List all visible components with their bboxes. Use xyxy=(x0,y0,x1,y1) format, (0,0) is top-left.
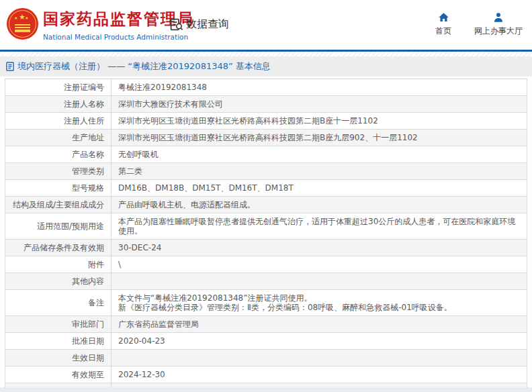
row-value-line: 新《医疗器械分类目录》管理类别：Ⅱ类，分类编码：08呼吸、麻醉和急救器械-01呼… xyxy=(118,303,520,312)
data-query-nav[interactable]: 数据查询 xyxy=(169,17,229,32)
table-row: 管理类别第二类 xyxy=(5,163,527,180)
table-row: 生产地址深圳市光明区玉塘街道田寮社区光桥路高科科技园第二期B座九层902、十一层… xyxy=(5,130,527,146)
row-label: 产品储存条件及有效期 xyxy=(5,240,112,256)
row-value: 2020-04-23 xyxy=(112,333,527,350)
nav-item-service-hall[interactable]: 网上办事大厅 xyxy=(474,12,523,37)
row-label: 有效期至 xyxy=(5,366,112,383)
row-value: 广东省药品监督管理局 xyxy=(112,316,527,333)
agency-name-en: National Medical Products Administration xyxy=(43,33,194,41)
emblem-star-icon: ★ xyxy=(25,16,28,20)
row-value-line: 本文件与“粤械注准20192081348”注册证共同使用。 xyxy=(118,293,520,303)
row-label: 其他内容 xyxy=(5,273,112,290)
row-label: 注册人名称 xyxy=(5,96,112,113)
table-row: 适用范围/预期用途本产品为阻塞性睡眠呼吸暂停患者提供无创通气治疗，适用于体重超过… xyxy=(5,213,527,240)
row-label: 注册证编号 xyxy=(5,79,112,96)
table-row: 结构及组成/主要组成成分产品由呼吸机主机、电源适配器组成。 xyxy=(5,197,527,213)
nav-home-label: 首页 xyxy=(435,26,451,37)
table-row: 备注本文件与“粤械注准20192081348”注册证共同使用。新《医疗器械分类目… xyxy=(5,290,527,316)
row-label: 生效日期 xyxy=(5,350,112,366)
home-icon xyxy=(438,12,449,23)
row-value: 本文件与“粤械注准20192081348”注册证共同使用。新《医疗器械分类目录》… xyxy=(112,290,527,316)
row-label: 产品名称 xyxy=(5,146,112,163)
document-search-icon xyxy=(169,17,183,32)
row-label: 注册人住所 xyxy=(5,113,112,130)
row-value: 第二类 xyxy=(112,163,527,180)
emblem-star-icon: ★ xyxy=(14,16,17,20)
table-row: 生效日期 xyxy=(5,350,527,366)
row-value: 30-DEC-24 xyxy=(112,240,527,256)
row-value: 粤械注准20192081348 xyxy=(112,79,527,96)
table-row: 产品储存条件及有效期30-DEC-24 xyxy=(5,240,527,256)
nav-service-hall-label: 网上办事大厅 xyxy=(474,26,523,37)
row-label: 生产地址 xyxy=(5,130,112,146)
row-label: 管理类别 xyxy=(5,163,112,180)
row-value: 深圳市光明区玉塘街道田寮社区光桥路高科科技园第二期B座十一层1102 xyxy=(112,113,527,130)
user-icon xyxy=(493,12,504,23)
row-value: DM16B、DM18B、DM15T、DM16T、DM18T xyxy=(112,180,527,197)
row-label: 附件 xyxy=(5,256,112,273)
row-value xyxy=(112,350,527,366)
row-value: 产品由呼吸机主机、电源适配器组成。 xyxy=(112,197,527,213)
row-value: 本产品为阻塞性睡眠呼吸暂停患者提供无创通气治疗，适用于体重超过30公斤的成人患者… xyxy=(112,213,527,240)
table-row: 审批部门广东省药品监督管理局 xyxy=(5,316,527,333)
table-row: 其他内容 xyxy=(5,273,527,290)
document-icon xyxy=(6,62,14,71)
table-row: 有效期至2024-12-30 xyxy=(5,366,527,383)
row-label: 型号规格 xyxy=(5,180,112,197)
top-nav: 首页 网上办事大厅 xyxy=(435,12,523,37)
table-row: 附件\ xyxy=(5,256,527,273)
stripe-band xyxy=(0,52,532,56)
row-value: 深圳市大雅医疗技术有限公司 xyxy=(112,96,527,113)
row-label: 批准日期 xyxy=(5,333,112,350)
table-row: 注册证编号粤械注准20192081348 xyxy=(5,79,527,96)
table-row: 型号规格DM16B、DM18B、DM15T、DM16T、DM18T xyxy=(5,180,527,197)
breadcrumb-bar: 境内医疗器械（注册） —— “粤械注准20192081348” 基本信息 xyxy=(0,56,532,77)
row-value xyxy=(112,273,527,290)
breadcrumb: 境内医疗器械（注册） —— “粤械注准20192081348” 基本信息 xyxy=(17,60,271,72)
row-value: 2024-12-30 xyxy=(112,366,527,383)
row-value: 深圳市光明区玉塘街道田寮社区光桥路高科科技园第二期B座九层902、十一层1102 xyxy=(112,130,527,146)
table-row: 注册人住所深圳市光明区玉塘街道田寮社区光桥路高科科技园第二期B座十一层1102 xyxy=(5,113,527,130)
data-query-label: 数据查询 xyxy=(186,17,229,32)
nav-item-home[interactable]: 首页 xyxy=(435,12,451,37)
table-row: 产品名称无创呼吸机 xyxy=(5,146,527,163)
row-label: 适用范围/预期用途 xyxy=(5,213,112,240)
row-label: 审批部门 xyxy=(5,316,112,333)
row-value: 无创呼吸机 xyxy=(112,146,527,163)
info-table-body: 注册证编号粤械注准20192081348注册人名称深圳市大雅医疗技术有限公司注册… xyxy=(5,79,527,392)
table-row: 批准日期2020-04-23 xyxy=(5,333,527,350)
table-row: 注册人名称深圳市大雅医疗技术有限公司 xyxy=(5,96,527,113)
row-value: \ xyxy=(112,256,527,273)
national-emblem-logo: ★ ★ ★ xyxy=(7,8,38,40)
registration-info-table: 注册证编号粤械注准20192081348注册人名称深圳市大雅医疗技术有限公司注册… xyxy=(5,79,527,392)
footer-strip xyxy=(0,387,532,392)
page-header: ★ ★ ★ 国家药品监督管理局 National Medical Product… xyxy=(0,0,532,52)
row-label: 备注 xyxy=(5,290,112,316)
row-label: 结构及组成/主要组成成分 xyxy=(5,197,112,213)
emblem-gate-icon xyxy=(15,24,30,32)
